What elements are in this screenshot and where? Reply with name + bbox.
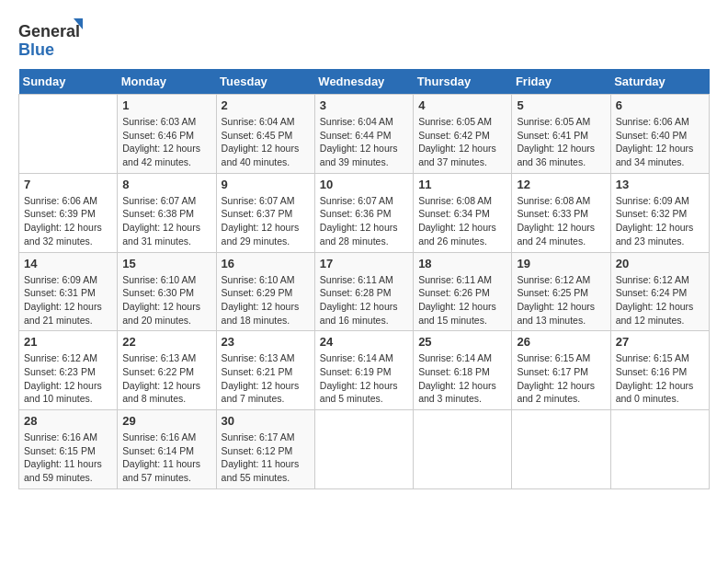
day-cell: 19Sunrise: 6:12 AM Sunset: 6:25 PM Dayli… xyxy=(512,252,610,331)
day-info: Sunrise: 6:07 AM Sunset: 6:37 PM Dayligh… xyxy=(222,194,310,248)
header-cell-sunday: Sunday xyxy=(19,69,118,95)
day-cell: 30Sunrise: 6:17 AM Sunset: 6:12 PM Dayli… xyxy=(216,410,314,489)
day-cell: 13Sunrise: 6:09 AM Sunset: 6:32 PM Dayli… xyxy=(610,173,709,252)
day-cell: 15Sunrise: 6:10 AM Sunset: 6:30 PM Dayli… xyxy=(118,252,216,331)
day-info: Sunrise: 6:05 AM Sunset: 6:42 PM Dayligh… xyxy=(418,115,506,169)
day-cell: 28Sunrise: 6:16 AM Sunset: 6:15 PM Dayli… xyxy=(19,410,118,489)
day-cell: 29Sunrise: 6:16 AM Sunset: 6:14 PM Dayli… xyxy=(118,410,216,489)
day-info: Sunrise: 6:11 AM Sunset: 6:28 PM Dayligh… xyxy=(320,273,408,327)
day-info: Sunrise: 6:15 AM Sunset: 6:16 PM Dayligh… xyxy=(616,351,704,406)
day-number: 15 xyxy=(122,257,210,270)
day-info: Sunrise: 6:13 AM Sunset: 6:21 PM Dayligh… xyxy=(222,351,310,406)
day-info: Sunrise: 6:03 AM Sunset: 6:46 PM Dayligh… xyxy=(122,115,210,169)
week-row-2: 7Sunrise: 6:06 AM Sunset: 6:39 PM Daylig… xyxy=(19,173,710,252)
day-number: 7 xyxy=(24,178,112,191)
day-number: 21 xyxy=(24,335,112,349)
day-number: 2 xyxy=(222,98,310,112)
header-cell-thursday: Thursday xyxy=(414,69,512,95)
day-cell: 9Sunrise: 6:07 AM Sunset: 6:37 PM Daylig… xyxy=(216,173,314,252)
day-cell: 6Sunrise: 6:06 AM Sunset: 6:40 PM Daylig… xyxy=(610,95,709,174)
day-info: Sunrise: 6:12 AM Sunset: 6:25 PM Dayligh… xyxy=(517,273,605,327)
day-cell: 26Sunrise: 6:15 AM Sunset: 6:17 PM Dayli… xyxy=(512,331,610,410)
week-row-5: 28Sunrise: 6:16 AM Sunset: 6:15 PM Dayli… xyxy=(19,410,710,489)
day-info: Sunrise: 6:12 AM Sunset: 6:23 PM Dayligh… xyxy=(24,351,112,406)
day-number: 3 xyxy=(320,98,408,112)
day-number: 27 xyxy=(616,335,704,349)
day-number: 9 xyxy=(222,178,310,191)
day-info: Sunrise: 6:16 AM Sunset: 6:14 PM Dayligh… xyxy=(122,431,210,485)
day-info: Sunrise: 6:13 AM Sunset: 6:22 PM Dayligh… xyxy=(122,351,210,406)
header-row: SundayMondayTuesdayWednesdayThursdayFrid… xyxy=(19,69,710,95)
day-cell: 8Sunrise: 6:07 AM Sunset: 6:38 PM Daylig… xyxy=(118,173,216,252)
logo: GeneralBlue xyxy=(18,18,92,60)
day-info: Sunrise: 6:08 AM Sunset: 6:34 PM Dayligh… xyxy=(418,194,506,248)
day-info: Sunrise: 6:10 AM Sunset: 6:29 PM Dayligh… xyxy=(222,273,310,327)
day-cell: 3Sunrise: 6:04 AM Sunset: 6:44 PM Daylig… xyxy=(314,95,413,174)
day-info: Sunrise: 6:06 AM Sunset: 6:39 PM Dayligh… xyxy=(24,194,112,248)
day-cell: 4Sunrise: 6:05 AM Sunset: 6:42 PM Daylig… xyxy=(414,95,512,174)
day-cell: 14Sunrise: 6:09 AM Sunset: 6:31 PM Dayli… xyxy=(19,252,118,331)
day-cell: 16Sunrise: 6:10 AM Sunset: 6:29 PM Dayli… xyxy=(216,252,314,331)
day-info: Sunrise: 6:08 AM Sunset: 6:33 PM Dayligh… xyxy=(517,194,605,248)
day-cell: 18Sunrise: 6:11 AM Sunset: 6:26 PM Dayli… xyxy=(414,252,512,331)
logo-svg: GeneralBlue xyxy=(18,18,92,60)
day-cell: 24Sunrise: 6:14 AM Sunset: 6:19 PM Dayli… xyxy=(314,331,413,410)
day-info: Sunrise: 6:16 AM Sunset: 6:15 PM Dayligh… xyxy=(24,431,112,485)
day-cell: 1Sunrise: 6:03 AM Sunset: 6:46 PM Daylig… xyxy=(118,95,216,174)
week-row-1: 1Sunrise: 6:03 AM Sunset: 6:46 PM Daylig… xyxy=(19,95,710,174)
day-info: Sunrise: 6:04 AM Sunset: 6:44 PM Dayligh… xyxy=(320,115,408,169)
day-info: Sunrise: 6:17 AM Sunset: 6:12 PM Dayligh… xyxy=(222,431,310,485)
page-header: GeneralBlue xyxy=(18,18,710,60)
day-info: Sunrise: 6:04 AM Sunset: 6:45 PM Dayligh… xyxy=(222,115,310,169)
day-cell: 21Sunrise: 6:12 AM Sunset: 6:23 PM Dayli… xyxy=(19,331,118,410)
day-info: Sunrise: 6:09 AM Sunset: 6:32 PM Dayligh… xyxy=(616,194,704,248)
day-number: 11 xyxy=(418,178,506,191)
day-info: Sunrise: 6:07 AM Sunset: 6:36 PM Dayligh… xyxy=(320,194,408,248)
svg-text:Blue: Blue xyxy=(18,40,54,59)
day-number: 8 xyxy=(122,178,210,191)
day-number: 30 xyxy=(222,414,310,428)
day-number: 28 xyxy=(24,414,112,428)
day-info: Sunrise: 6:12 AM Sunset: 6:24 PM Dayligh… xyxy=(616,273,704,327)
svg-text:General: General xyxy=(18,22,80,40)
header-cell-wednesday: Wednesday xyxy=(314,69,413,95)
day-number: 29 xyxy=(122,414,210,428)
day-number: 1 xyxy=(122,98,210,112)
week-row-4: 21Sunrise: 6:12 AM Sunset: 6:23 PM Dayli… xyxy=(19,331,710,410)
week-row-3: 14Sunrise: 6:09 AM Sunset: 6:31 PM Dayli… xyxy=(19,252,710,331)
calendar-header: SundayMondayTuesdayWednesdayThursdayFrid… xyxy=(19,69,710,95)
day-number: 5 xyxy=(517,98,605,112)
day-number: 6 xyxy=(616,98,704,112)
day-number: 23 xyxy=(222,335,310,349)
day-cell xyxy=(19,95,118,174)
day-cell: 12Sunrise: 6:08 AM Sunset: 6:33 PM Dayli… xyxy=(512,173,610,252)
day-number: 22 xyxy=(122,335,210,349)
day-number: 12 xyxy=(517,178,605,191)
header-cell-saturday: Saturday xyxy=(610,69,709,95)
day-info: Sunrise: 6:10 AM Sunset: 6:30 PM Dayligh… xyxy=(122,273,210,327)
day-number: 20 xyxy=(616,257,704,270)
day-number: 18 xyxy=(418,257,506,270)
day-number: 17 xyxy=(320,257,408,270)
day-cell: 25Sunrise: 6:14 AM Sunset: 6:18 PM Dayli… xyxy=(414,331,512,410)
day-number: 25 xyxy=(418,335,506,349)
day-number: 4 xyxy=(418,98,506,112)
day-cell: 17Sunrise: 6:11 AM Sunset: 6:28 PM Dayli… xyxy=(314,252,413,331)
day-cell xyxy=(414,410,512,489)
day-number: 10 xyxy=(320,178,408,191)
day-cell xyxy=(610,410,709,489)
day-cell: 11Sunrise: 6:08 AM Sunset: 6:34 PM Dayli… xyxy=(414,173,512,252)
day-cell: 23Sunrise: 6:13 AM Sunset: 6:21 PM Dayli… xyxy=(216,331,314,410)
day-cell: 5Sunrise: 6:05 AM Sunset: 6:41 PM Daylig… xyxy=(512,95,610,174)
day-info: Sunrise: 6:15 AM Sunset: 6:17 PM Dayligh… xyxy=(517,351,605,406)
header-cell-friday: Friday xyxy=(512,69,610,95)
day-number: 19 xyxy=(517,257,605,270)
day-number: 13 xyxy=(616,178,704,191)
day-cell xyxy=(314,410,413,489)
day-cell: 10Sunrise: 6:07 AM Sunset: 6:36 PM Dayli… xyxy=(314,173,413,252)
day-number: 26 xyxy=(517,335,605,349)
calendar-table: SundayMondayTuesdayWednesdayThursdayFrid… xyxy=(18,69,710,489)
day-cell: 27Sunrise: 6:15 AM Sunset: 6:16 PM Dayli… xyxy=(610,331,709,410)
day-number: 16 xyxy=(222,257,310,270)
day-cell: 7Sunrise: 6:06 AM Sunset: 6:39 PM Daylig… xyxy=(19,173,118,252)
